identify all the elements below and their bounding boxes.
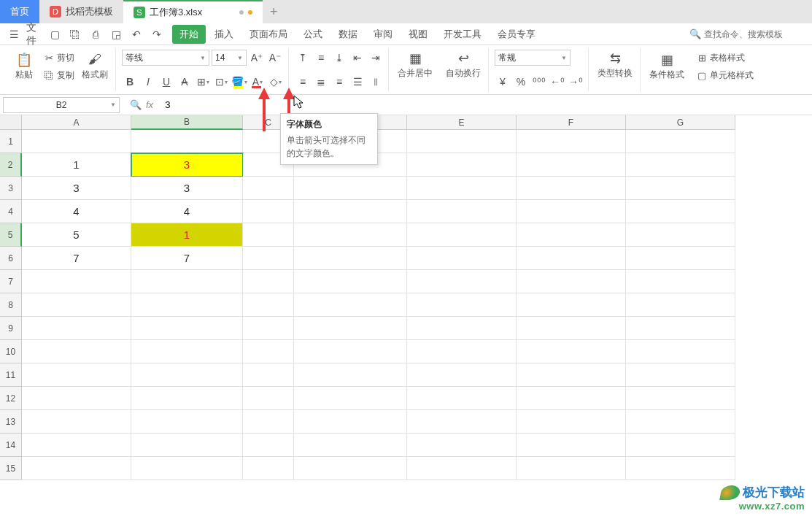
decrease-decimal-button[interactable]: →⁰ [568, 74, 584, 90]
cut-button[interactable]: ✂剪切 [40, 50, 77, 66]
cell-G4[interactable] [626, 200, 735, 223]
undo-icon[interactable]: ↶ [128, 26, 144, 42]
cell-F7[interactable] [517, 270, 626, 293]
cell-E12[interactable] [407, 387, 517, 410]
search-area[interactable]: 🔍 [689, 28, 806, 39]
number-format-select[interactable]: 常规▼ [495, 50, 571, 66]
cell-B9[interactable] [131, 317, 243, 340]
row-header-8[interactable]: 8 [0, 293, 22, 317]
tab-template[interactable]: D 找稻壳模板 [39, 0, 123, 23]
cell-G2[interactable] [626, 153, 735, 177]
cell-A3[interactable]: 3 [22, 177, 131, 200]
cell-D5[interactable] [294, 223, 407, 247]
menu-tab-view[interactable]: 视图 [401, 25, 435, 44]
cell-F9[interactable] [517, 317, 626, 340]
row-header-4[interactable]: 4 [0, 200, 22, 223]
cell-A10[interactable] [22, 340, 131, 363]
cell-C5[interactable] [243, 223, 294, 247]
cell-C14[interactable] [243, 434, 294, 457]
col-header-B[interactable]: B [131, 115, 243, 130]
print-preview-icon[interactable]: ◲ [108, 26, 124, 42]
cell-B1[interactable] [131, 130, 243, 153]
cell-D11[interactable] [294, 363, 407, 387]
cell-B2[interactable]: 3 [131, 153, 243, 177]
menu-tab-review[interactable]: 审阅 [366, 25, 400, 44]
cell-A6[interactable]: 7 [22, 247, 131, 270]
cell-B13[interactable] [131, 410, 243, 434]
cell-A14[interactable] [22, 434, 131, 457]
cell-E3[interactable] [407, 177, 517, 200]
conditional-format-button[interactable]: ▦条件格式 [646, 51, 687, 82]
row-header-3[interactable]: 3 [0, 177, 22, 200]
tab-file[interactable]: S 工作簿3.xlsx [123, 0, 263, 23]
cell-G7[interactable] [626, 270, 735, 293]
cell-A15[interactable] [22, 457, 131, 480]
row-header-5[interactable]: 5 [0, 223, 22, 247]
cell-F13[interactable] [517, 410, 626, 434]
cell-E6[interactable] [407, 247, 517, 270]
cell-A13[interactable] [22, 410, 131, 434]
increase-decimal-button[interactable]: ←⁰ [549, 74, 565, 90]
cell-D4[interactable] [294, 200, 407, 223]
row-header-11[interactable]: 11 [0, 363, 22, 387]
save-icon[interactable]: ▢ [47, 26, 63, 42]
cell-D6[interactable] [294, 247, 407, 270]
decrease-indent-button[interactable]: ⇤ [349, 50, 366, 66]
cell-C3[interactable] [243, 177, 294, 200]
cell-style-button[interactable]: ▢单元格样式 [693, 67, 756, 83]
cell-G11[interactable] [626, 363, 735, 387]
cell-B7[interactable] [131, 270, 243, 293]
cell-E13[interactable] [407, 410, 517, 434]
cell-G1[interactable] [626, 130, 735, 153]
align-right-button[interactable]: ≡ [331, 74, 347, 90]
cell-G3[interactable] [626, 177, 735, 200]
cell-F4[interactable] [517, 200, 626, 223]
cell-E11[interactable] [407, 363, 517, 387]
menu-file-label[interactable]: 文件 [26, 26, 42, 42]
name-box[interactable]: B2▼ [3, 97, 120, 113]
new-tab-button[interactable]: + [263, 0, 285, 23]
cell-C7[interactable] [243, 270, 294, 293]
cell-B12[interactable] [131, 387, 243, 410]
print-icon[interactable]: ⎙ [88, 26, 104, 42]
row-header-15[interactable]: 15 [0, 457, 22, 480]
cell-C12[interactable] [243, 387, 294, 410]
cell-C4[interactable] [243, 200, 294, 223]
increase-indent-button[interactable]: ⇥ [368, 50, 384, 66]
row-header-12[interactable]: 12 [0, 387, 22, 410]
cell-F2[interactable] [517, 153, 626, 177]
cell-F5[interactable] [517, 223, 626, 247]
cell-E9[interactable] [407, 317, 517, 340]
cell-B10[interactable] [131, 340, 243, 363]
type-convert-button[interactable]: ⇆类型转换 [595, 50, 635, 81]
cell-G8[interactable] [626, 293, 735, 317]
underline-button[interactable]: U [158, 74, 174, 90]
font-size-select[interactable]: 14▼ [212, 50, 247, 66]
justify-button[interactable]: ☰ [349, 74, 366, 90]
table-style-button[interactable]: ⊞表格样式 [693, 50, 756, 66]
cell-A12[interactable] [22, 387, 131, 410]
tab-home[interactable]: 首页 [0, 0, 39, 23]
col-header-F[interactable]: F [517, 115, 626, 130]
cell-E10[interactable] [407, 340, 517, 363]
row-header-6[interactable]: 6 [0, 247, 22, 270]
cell-C11[interactable] [243, 363, 294, 387]
row-header-10[interactable]: 10 [0, 340, 22, 363]
cell-G6[interactable] [626, 247, 735, 270]
paste-button[interactable]: 📋 粘贴 [10, 51, 38, 82]
cell-A1[interactable] [22, 130, 131, 153]
redo-icon[interactable]: ↷ [149, 26, 165, 42]
cell-C6[interactable] [243, 247, 294, 270]
comma-button[interactable]: ⁰⁰⁰ [531, 74, 547, 90]
distribute-button[interactable]: ⫴ [368, 74, 384, 90]
cell-G12[interactable] [626, 387, 735, 410]
menu-tab-formula[interactable]: 公式 [296, 25, 330, 44]
cell-E2[interactable] [407, 153, 517, 177]
fill-color-button[interactable]: 🪣▾ [231, 74, 247, 90]
cell-B11[interactable] [131, 363, 243, 387]
cell-F3[interactable] [517, 177, 626, 200]
cell-F14[interactable] [517, 434, 626, 457]
menu-hamburger-icon[interactable]: ☰ [6, 26, 22, 42]
cell-F10[interactable] [517, 340, 626, 363]
cell-D12[interactable] [294, 387, 407, 410]
